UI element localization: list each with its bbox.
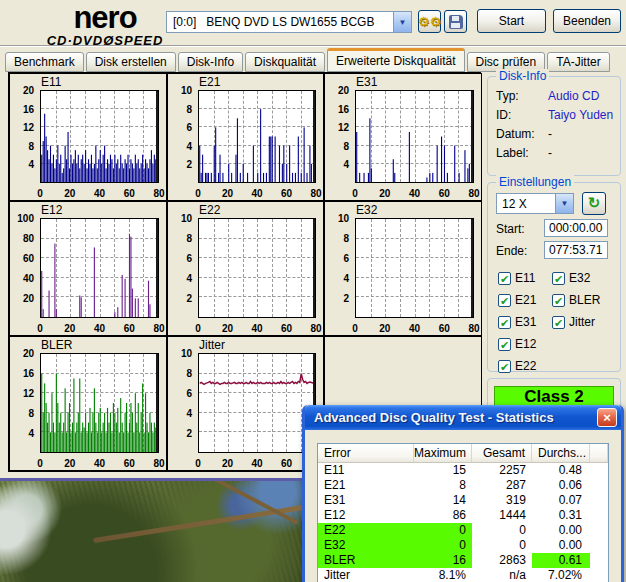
scan-position-marker — [471, 219, 473, 317]
x-axis-labels: 020406080 — [198, 321, 316, 334]
checkbox-e32[interactable]: ✔E32 — [552, 267, 600, 289]
stats-cell: 0.07 — [532, 493, 590, 508]
drive-selector-combo[interactable]: [0:0] BENQ DVD LS DW1655 BCGB ▼ — [166, 11, 412, 33]
stats-row-e22[interactable]: E22000.00 — [318, 523, 608, 538]
y-axis-labels: 48121620 — [10, 90, 37, 183]
settings-button[interactable]: ⚙⚙ — [418, 10, 441, 33]
y-axis-labels: 246810 — [168, 218, 195, 318]
checkbox-label: E11 — [515, 271, 535, 285]
stats-cell: 287 — [472, 478, 532, 493]
checkbox-icon[interactable]: ✔ — [498, 338, 511, 351]
statistics-dialog: Advanced Disc Quality Test - Statistics … — [302, 405, 624, 582]
stats-cell: 319 — [472, 493, 532, 508]
x-axis-labels: 020406080 — [355, 186, 474, 199]
dialog-titlebar[interactable]: Advanced Disc Quality Test - Statistics … — [305, 405, 621, 430]
checkbox-label: E12 — [515, 337, 536, 351]
tab-disk-info[interactable]: Disk-Info — [178, 52, 243, 72]
chart-bler: BLER48121620020406080 — [9, 336, 167, 471]
start-time-field[interactable]: 000:00.00 — [544, 219, 608, 237]
checkbox-icon[interactable]: ✔ — [552, 294, 565, 307]
x-axis-labels: 020406080 — [355, 321, 474, 334]
stats-table-header: ErrorMaximumGesamtDurchs... — [318, 444, 608, 463]
checkbox-jitter[interactable]: ✔Jitter — [552, 311, 600, 333]
checkbox-icon[interactable]: ✔ — [498, 360, 511, 373]
scan-position-marker — [313, 91, 315, 182]
stats-row-e21[interactable]: E2182870.06 — [318, 478, 608, 493]
stats-cell: 0 — [472, 538, 532, 553]
chart-plot — [355, 218, 474, 318]
chart-e12: E1220406080100020406080 — [9, 201, 167, 336]
checkbox-e11[interactable]: ✔E11 — [498, 267, 536, 289]
checkbox-e12[interactable]: ✔E12 — [498, 333, 536, 355]
stats-column-header[interactable]: Durchs... — [532, 444, 590, 462]
stats-table-body: E111522570.48E2182870.06E31143190.07E128… — [318, 463, 608, 582]
disk-info-row: Datum:- — [496, 125, 616, 144]
quit-button[interactable]: Beenden — [553, 9, 621, 33]
speed-combo[interactable]: 12 X ▼ — [496, 193, 574, 214]
stats-cell: 0.00 — [532, 523, 590, 538]
dropdown-arrow-icon[interactable]: ▼ — [393, 12, 411, 32]
end-time-field[interactable]: 077:53.71 — [544, 241, 608, 259]
checkbox-icon[interactable]: ✔ — [498, 272, 511, 285]
stats-cell: 1444 — [472, 508, 532, 523]
y-axis-labels: 48121620 — [325, 90, 352, 183]
stats-cell: E12 — [318, 508, 414, 523]
stats-column-header[interactable]: Gesamt — [472, 444, 532, 462]
tab-disk-erstellen[interactable]: Disk erstellen — [86, 52, 176, 72]
checkbox-e21[interactable]: ✔E21 — [498, 289, 536, 311]
tab-benchmark[interactable]: Benchmark — [5, 52, 84, 72]
stats-cell: 16 — [414, 553, 472, 568]
close-button[interactable]: × — [597, 408, 617, 427]
tab-ta-jitter[interactable]: TA-Jitter — [547, 52, 609, 72]
chart-plot — [198, 353, 316, 453]
stats-row-e11[interactable]: E111522570.48 — [318, 463, 608, 478]
chart-e11: E1148121620020406080 — [9, 73, 167, 201]
checkbox-icon[interactable]: ✔ — [498, 316, 511, 329]
tab-erweiterte-diskqualit-t[interactable]: Erweiterte Diskqualität — [327, 48, 464, 72]
settings-title: Einstellungen — [496, 175, 574, 189]
stats-row-e12[interactable]: E128614440.31 — [318, 508, 608, 523]
stats-cell: 0.06 — [532, 478, 590, 493]
save-button[interactable] — [444, 10, 467, 33]
stats-row-jitter[interactable]: Jitter8.1%n/a7.02% — [318, 568, 608, 582]
checkbox-column-left: ✔E11✔E21✔E31✔E12✔E22 — [498, 267, 536, 377]
start-button[interactable]: Start — [477, 9, 546, 33]
x-axis-labels: 020406080 — [198, 186, 316, 199]
chart-title: E12 — [41, 203, 62, 217]
x-axis-labels: 020406080 — [40, 456, 159, 469]
stats-cell: 0 — [472, 523, 532, 538]
close-icon: × — [603, 410, 611, 425]
dropdown-arrow-icon[interactable]: ▼ — [555, 194, 573, 213]
checkbox-icon[interactable]: ✔ — [498, 294, 511, 307]
y-axis-labels: 246810 — [325, 218, 352, 318]
x-axis-labels: 020406080 — [40, 321, 159, 334]
disk-info-row: Typ:Audio CD — [496, 87, 616, 106]
chart-plot — [198, 218, 316, 318]
disk-info-panel: Disk-Info Typ:Audio CDID:Taiyo YudenDatu… — [487, 76, 621, 176]
tab-diskqualit-t[interactable]: Diskqualität — [245, 52, 325, 72]
checkbox-bler[interactable]: ✔BLER — [552, 289, 600, 311]
floppy-icon — [449, 15, 463, 29]
y-axis-labels: 48121620 — [10, 353, 37, 453]
checkbox-icon[interactable]: ✔ — [552, 316, 565, 329]
x-axis-labels: 020406080 — [40, 186, 159, 199]
chart-e21: E21246810020406080 — [167, 73, 324, 201]
stats-row-e31[interactable]: E31143190.07 — [318, 493, 608, 508]
checkbox-icon[interactable]: ✔ — [552, 272, 565, 285]
stats-row-bler[interactable]: BLER1628630.61 — [318, 553, 608, 568]
refresh-button[interactable]: ↻ — [582, 192, 606, 215]
disk-info-label: ID: — [496, 106, 548, 125]
stats-column-header[interactable]: Error — [318, 444, 414, 462]
stats-cell: 2257 — [472, 463, 532, 478]
checkbox-e22[interactable]: ✔E22 — [498, 355, 536, 377]
chart-title: E11 — [41, 75, 61, 89]
stats-cell: 8.1% — [414, 568, 472, 582]
checkbox-column-right: ✔E32✔BLER✔Jitter — [552, 267, 600, 333]
checkbox-e31[interactable]: ✔E31 — [498, 311, 536, 333]
end-time-label: Ende: — [496, 244, 527, 258]
stats-column-header[interactable]: Maximum — [414, 444, 472, 462]
stats-row-e32[interactable]: E32000.00 — [318, 538, 608, 553]
drive-selector-value: [0:0] BENQ DVD LS DW1655 BCGB — [167, 15, 393, 29]
disk-info-value: - — [548, 125, 552, 144]
stats-cell: 86 — [414, 508, 472, 523]
